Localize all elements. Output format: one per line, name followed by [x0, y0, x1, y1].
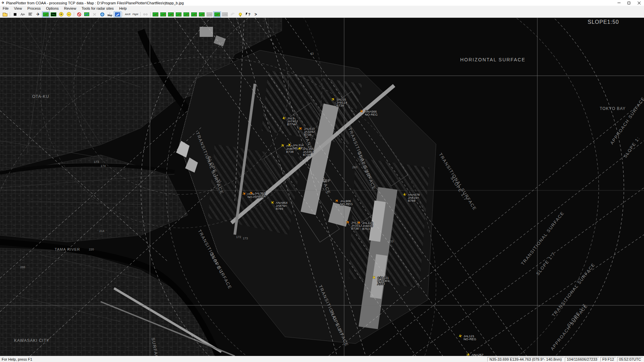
chart-label: KAWASAKI CITY — [14, 338, 49, 343]
chart-6-button[interactable] — [190, 11, 198, 17]
zoom-out-button[interactable]: − — [65, 11, 73, 17]
aircraft-label-line: NO-REG — [340, 202, 353, 206]
draw-icon — [230, 12, 235, 16]
edit-chart-icon — [84, 12, 89, 16]
chart-canvas: 43173174214220288260233172173 SLOPE1:50H… — [0, 18, 644, 356]
window-title: PlanePlotter from COAA - processing TCP … — [6, 1, 614, 5]
chart-icon — [168, 12, 174, 16]
status-bar: For Help, press F1 N35-33.699 E139-44.76… — [0, 356, 644, 362]
chart-2-button[interactable] — [159, 11, 167, 17]
close-button[interactable] — [634, 0, 644, 6]
status-utc-clock: 05:52:07UTC — [617, 357, 643, 362]
flight-list-button[interactable]: Flight — [131, 11, 139, 17]
chevron-right-icon: > — [255, 12, 257, 17]
zoom-in-button[interactable]: + — [57, 11, 65, 17]
draw-button — [229, 11, 236, 17]
chart-1-button[interactable] — [152, 11, 159, 17]
aircraft-label-line: B789 — [276, 207, 283, 210]
aircraft-label-line: A333 — [377, 282, 385, 286]
spot-height: 233 — [388, 240, 393, 243]
no-entry-icon — [77, 12, 81, 16]
minimize-button[interactable] — [614, 0, 624, 6]
toolbar-separator — [74, 12, 74, 16]
status-message-counters: 104/116606/27233 — [565, 357, 599, 362]
chart-icon — [153, 12, 158, 16]
zoom-out-icon: − — [67, 12, 71, 16]
dark-chart-icon — [51, 12, 56, 16]
chart-9-button[interactable] — [213, 11, 221, 17]
minimize-icon — [618, 3, 621, 3]
aircft-label: Aircft — [125, 13, 130, 16]
signal-strength-icon — [20, 12, 25, 16]
window-controls — [614, 0, 644, 6]
aircraft-label-line: B738 — [336, 104, 344, 107]
chart-4-button[interactable] — [175, 11, 182, 17]
menu-process[interactable]: Process — [24, 6, 43, 11]
open-file-button[interactable] — [1, 11, 9, 17]
aircraft-label-line: B738 — [303, 153, 310, 157]
aircraft-label-line: B738 — [351, 227, 359, 230]
menu-file[interactable]: File — [0, 6, 11, 11]
chart-icon — [222, 12, 228, 16]
aircraft-list-button[interactable]: Aircft — [124, 11, 131, 17]
chart-label: TOKYO BAY — [600, 106, 626, 111]
chart-10-button — [221, 11, 229, 17]
map-up-label: Map — [108, 14, 112, 16]
stop-button[interactable] — [11, 11, 19, 17]
map-up-icon: ↑ Map — [108, 12, 112, 16]
open-folder-icon — [3, 13, 7, 16]
globe-icon — [100, 12, 104, 16]
chart-view-button[interactable] — [42, 11, 50, 17]
aircraft-label-line: NO-REG — [365, 113, 378, 116]
chart-label: HORIZONTAL SURFACE — [460, 57, 526, 62]
aircraft-icon: ✈ — [36, 12, 40, 16]
chart-icon — [176, 12, 181, 16]
context-help-button[interactable]: ? — [244, 11, 252, 17]
menu-view[interactable]: View — [11, 6, 25, 11]
chart-3-button[interactable] — [167, 11, 175, 17]
message-log-icon — [28, 12, 33, 16]
spot-height: 260 — [352, 166, 357, 169]
chart-label: SLOPE1:50 — [588, 19, 619, 25]
menu-review[interactable]: Review — [61, 6, 79, 11]
close-icon — [637, 1, 641, 5]
globe-button[interactable] — [98, 11, 106, 17]
more-buttons-button[interactable]: > — [252, 11, 260, 17]
message-log-button[interactable] — [26, 11, 34, 17]
maximize-icon — [628, 2, 630, 4]
aircraft-label-line: B77W — [287, 122, 296, 126]
aircraft-label-line: B738 — [304, 133, 311, 136]
aircraft-label-line: JA850X — [255, 194, 266, 198]
chart-8-button — [206, 11, 213, 17]
aircraft-label-line: B738 — [286, 150, 293, 154]
edit-chart-button[interactable] — [83, 11, 91, 17]
menu-help[interactable]: Help — [116, 6, 129, 11]
approach-chart-map[interactable]: 43173174214220288260233172173 SLOPE1:50H… — [0, 18, 644, 356]
chart-icon — [191, 12, 197, 16]
chart-7-button[interactable] — [198, 11, 206, 17]
aircraft-label-line: B763 — [362, 227, 370, 231]
toolbar-separator — [140, 12, 141, 16]
chart-label: OTA-KU — [32, 94, 49, 99]
tip-button[interactable] — [236, 11, 244, 17]
toolbar-separator — [10, 12, 10, 16]
menu-options[interactable]: Options — [43, 6, 61, 11]
chart-5-button[interactable] — [182, 11, 190, 17]
chart-icon — [207, 12, 212, 16]
aircraft-view-button[interactable]: ✈ — [34, 11, 42, 17]
lightbulb-icon — [239, 13, 242, 16]
spot-height: 214 — [99, 229, 104, 233]
menu-tools-for-radar-sites[interactable]: Tools for radar sites — [79, 6, 116, 11]
signal-button[interactable] — [19, 11, 26, 17]
edit-mode-button[interactable] — [114, 11, 121, 17]
map-up-button[interactable]: ↑ Map — [106, 11, 114, 17]
dark-chart-button[interactable] — [50, 11, 57, 17]
chart-icon — [199, 12, 205, 16]
no-entry-button[interactable] — [75, 11, 83, 17]
maximize-button[interactable] — [624, 0, 634, 6]
binoculars-icon — [143, 13, 148, 15]
app-icon: ✈ — [1, 1, 4, 5]
blue-pencil-icon — [115, 12, 120, 16]
spot-height: 43 — [310, 52, 314, 55]
binoculars-button — [142, 11, 149, 17]
